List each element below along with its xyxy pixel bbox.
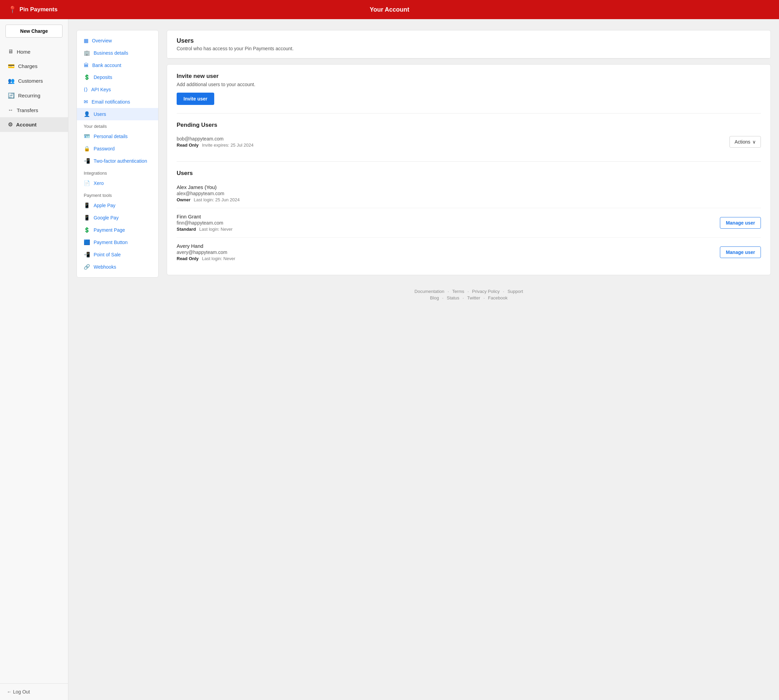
pending-user-email-0: bob@happyteam.com — [176, 136, 729, 142]
business-details-icon: 🏢 — [84, 50, 90, 56]
transfers-icon: ↔ — [8, 107, 13, 113]
pending-users-list: bob@happyteam.com Read Only Invite expir… — [176, 130, 761, 153]
charges-icon: 💳 — [8, 63, 15, 69]
sidebar-label-recurring: Recurring — [18, 93, 40, 98]
subnav-label-payment-page: Payment Page — [93, 227, 125, 233]
subnav-item-two-factor[interactable]: 📲Two-factor authentication — [77, 155, 158, 167]
manage-user-button-2[interactable]: Manage user — [720, 247, 761, 258]
subnav-item-apple-pay[interactable]: 📱Apple Pay — [77, 199, 158, 212]
page-title: Your Account — [77, 6, 702, 13]
footer-link-status[interactable]: Status — [446, 295, 459, 300]
subnav-item-overview[interactable]: ▦Overview — [77, 35, 158, 47]
divider-2 — [176, 161, 761, 162]
invite-section: Invite new user Add additional users to … — [176, 73, 761, 105]
subnav-item-password[interactable]: 🔒Password — [77, 143, 158, 155]
point-of-sale-icon: 📲 — [84, 252, 90, 258]
subnav-label-deposits: Deposits — [93, 75, 112, 80]
footer-link-blog[interactable]: Blog — [430, 295, 439, 300]
user-info-0: Alex James (You) alex@happyteam.com Owne… — [176, 184, 761, 202]
sidebar-label-transfers: Transfers — [17, 107, 38, 113]
sidebar-label-charges: Charges — [18, 63, 38, 69]
user-name-0: Alex James (You) — [176, 184, 761, 190]
subnav-item-xero[interactable]: 📄Xero — [77, 177, 158, 189]
overview-icon: ▦ — [84, 38, 88, 44]
account-subnav: ▦Overview🏢Business details🏛Bank account💲… — [77, 30, 158, 278]
subnav-label-overview: Overview — [92, 38, 112, 43]
subnav-item-webhooks[interactable]: 🔗Webhooks — [77, 261, 158, 273]
footer-link-privacy-policy[interactable]: Privacy Policy — [472, 289, 500, 294]
subnav-label-webhooks: Webhooks — [93, 264, 116, 270]
email-notifications-icon: ✉ — [84, 99, 88, 105]
subnav-item-point-of-sale[interactable]: 📲Point of Sale — [77, 248, 158, 261]
manage-user-button-1[interactable]: Manage user — [720, 217, 761, 229]
users-icon: 👤 — [84, 111, 90, 117]
actions-label-0: Actions — [734, 139, 750, 145]
subnav-label-email-notifications: Email notifications — [92, 99, 130, 105]
actions-button-0[interactable]: Actions ∨ — [729, 136, 761, 148]
subnav-label-payment-button: Payment Button — [93, 240, 128, 245]
sidebar-item-home[interactable]: 🖥Home — [0, 45, 68, 59]
api-keys-icon: ⟨⟩ — [84, 87, 88, 93]
pending-user-role-0: Read Only — [176, 143, 198, 148]
logout-link[interactable]: ← Log Out — [0, 683, 68, 700]
users-title: Users — [176, 37, 761, 45]
sidebar-label-customers: Customers — [18, 78, 43, 84]
users-list: Alex James (You) alex@happyteam.com Owne… — [176, 179, 761, 267]
invite-user-button[interactable]: Invite user — [176, 93, 214, 105]
user-row-2: Avery Hand avery@happyteam.com Read Only… — [176, 237, 761, 267]
app-logo[interactable]: 📍 Pin Payments — [8, 5, 77, 14]
subnav-item-payment-page[interactable]: 💲Payment Page — [77, 224, 158, 236]
user-last-login-2: Last login: Never — [202, 256, 235, 261]
user-last-login-0: Last login: 25 Jun 2024 — [194, 197, 240, 202]
deposits-icon: 💲 — [84, 74, 90, 80]
user-meta-1: Standard Last login: Never — [176, 227, 720, 232]
user-email-1: finn@happyteam.com — [176, 220, 720, 226]
sidebar-item-charges[interactable]: 💳Charges — [0, 59, 68, 73]
user-role-1: Standard — [176, 227, 196, 232]
bank-account-icon: 🏛 — [84, 62, 89, 68]
user-info-2: Avery Hand avery@happyteam.com Read Only… — [176, 243, 720, 261]
footer-link-twitter[interactable]: Twitter — [467, 295, 480, 300]
subnav-item-google-pay[interactable]: 📱Google Pay — [77, 212, 158, 224]
subnav-item-business-details[interactable]: 🏢Business details — [77, 47, 158, 59]
users-header: Users Control who has access to your Pin… — [167, 30, 771, 58]
subnav-item-api-keys[interactable]: ⟨⟩API Keys — [77, 83, 158, 96]
pending-user-row: bob@happyteam.com Read Only Invite expir… — [176, 130, 761, 153]
subnav-item-email-notifications[interactable]: ✉Email notifications — [77, 96, 158, 108]
subnav-item-personal-details[interactable]: 🪪Personal details — [77, 130, 158, 143]
xero-icon: 📄 — [84, 180, 90, 186]
sidebar-nav: 🖥Home💳Charges👥Customers🔄Recurring↔Transf… — [0, 45, 68, 683]
users-section-title: Users — [176, 170, 761, 177]
user-name-1: Finn Grant — [176, 213, 720, 220]
user-info-1: Finn Grant finn@happyteam.com Standard L… — [176, 213, 720, 232]
users-header-card: Users Control who has access to your Pin… — [167, 30, 771, 59]
new-charge-button[interactable]: New Charge — [5, 25, 63, 38]
footer-link-support[interactable]: Support — [508, 289, 523, 294]
sidebar-item-customers[interactable]: 👥Customers — [0, 73, 68, 88]
footer-link-terms[interactable]: Terms — [452, 289, 464, 294]
pending-user-info-0: bob@happyteam.com Read Only Invite expir… — [176, 136, 729, 148]
subnav-item-payment-button[interactable]: 🟦Payment Button — [77, 236, 158, 248]
user-name-2: Avery Hand — [176, 243, 720, 249]
users-section: Users Alex James (You) alex@happyteam.co… — [176, 170, 761, 267]
subnav-label-password: Password — [93, 146, 115, 152]
footer-sep: · — [461, 295, 465, 300]
main-content: ▦Overview🏢Business details🏛Bank account💲… — [68, 19, 779, 700]
subnav-item-deposits[interactable]: 💲Deposits — [77, 71, 158, 83]
pending-title: Pending Users — [176, 122, 761, 128]
sidebar-item-recurring[interactable]: 🔄Recurring — [0, 88, 68, 103]
pending-user-expires-0: Invite expires: 25 Jul 2024 — [202, 143, 253, 148]
footer-row-1: Documentation · Terms · Privacy Policy ·… — [175, 289, 762, 294]
footer-link-facebook[interactable]: Facebook — [488, 295, 508, 300]
subnav-item-users[interactable]: 👤Users — [77, 108, 158, 120]
sidebar-item-account[interactable]: ⚙Account — [0, 117, 68, 132]
subnav-item-bank-account[interactable]: 🏛Bank account — [77, 59, 158, 71]
divider-1 — [176, 113, 761, 113]
footer-link-documentation[interactable]: Documentation — [414, 289, 444, 294]
user-role-2: Read Only — [176, 256, 198, 261]
personal-details-icon: 🪪 — [84, 133, 90, 140]
user-meta-0: Owner Last login: 25 Jun 2024 — [176, 197, 761, 202]
invite-title: Invite new user — [176, 73, 761, 80]
sidebar-item-transfers[interactable]: ↔Transfers — [0, 103, 68, 117]
sidebar-label-home: Home — [17, 49, 30, 55]
